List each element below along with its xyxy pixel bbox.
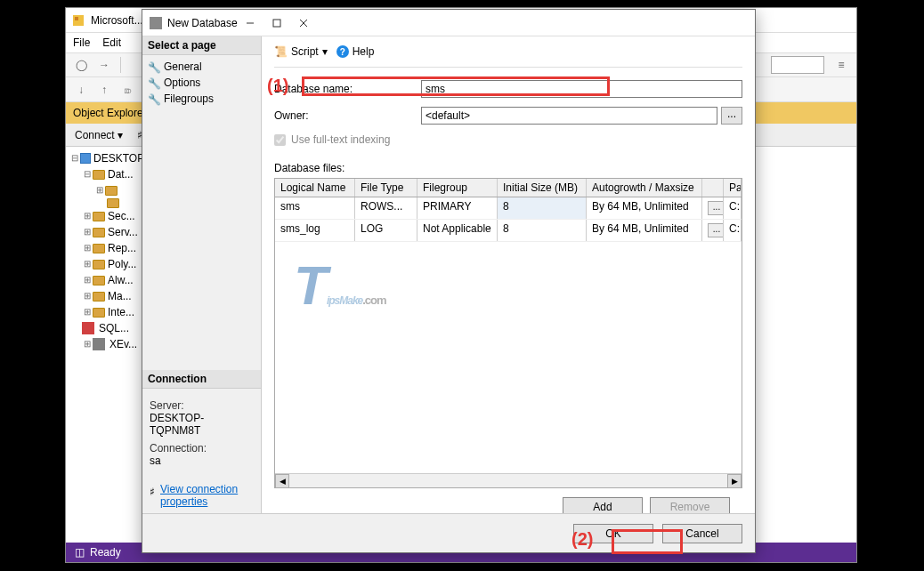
- col-filegroup[interactable]: Filegroup: [417, 179, 498, 197]
- col-file-type[interactable]: File Type: [355, 179, 417, 197]
- wrench-icon: 🔧: [148, 77, 158, 88]
- dialog-minimize-button[interactable]: [238, 14, 263, 32]
- toolbar-separator: [120, 57, 121, 73]
- server-icon: [80, 153, 91, 164]
- cell-size[interactable]: 8: [498, 197, 587, 219]
- grid-row[interactable]: sms_log LOG Not Applicable 8 By 64 MB, U…: [275, 220, 742, 242]
- folder-icon: [93, 276, 105, 286]
- svg-rect-9: [273, 20, 280, 27]
- col-autogrowth[interactable]: Autogrowth / Maxsize: [587, 179, 702, 197]
- wrench-icon: 🔧: [148, 93, 158, 104]
- toolbar-forward-button[interactable]: →: [94, 55, 114, 75]
- owner-label: Owner:: [274, 109, 421, 122]
- tree-toggle-icon[interactable]: ⊞: [82, 240, 93, 256]
- connection-properties-icon: ♯: [150, 486, 155, 498]
- tree-toggle-icon[interactable]: ⊞: [82, 272, 93, 288]
- cell-size[interactable]: 8: [498, 220, 587, 241]
- script-button[interactable]: 📜 Script ▾: [274, 45, 328, 58]
- grid-row[interactable]: sms ROWS... PRIMARY 8 By 64 MB, Unlimite…: [275, 197, 742, 220]
- folder-icon: [93, 170, 105, 180]
- database-files-grid: Logical Name File Type Filegroup Initial…: [274, 178, 742, 488]
- tree-toggle-icon[interactable]: ⊞: [82, 304, 93, 320]
- cell-name[interactable]: sms: [275, 197, 355, 219]
- connect-button[interactable]: Connect ▾: [69, 127, 128, 143]
- view-connection-properties-link[interactable]: View connection properties: [160, 483, 254, 508]
- col-btn: [702, 179, 724, 197]
- folder-icon: [93, 212, 105, 221]
- dbname-input[interactable]: [421, 80, 742, 98]
- dialog-right-panel: 📜 Script ▾ ? Help Database name: Owner:: [262, 36, 755, 513]
- scroll-track[interactable]: [289, 474, 727, 487]
- autogrowth-edit-button[interactable]: ...: [708, 223, 724, 237]
- toolbar2-btn1[interactable]: ↓: [71, 80, 91, 100]
- autogrowth-edit-button[interactable]: ...: [708, 201, 724, 215]
- cancel-button[interactable]: Cancel: [662, 524, 742, 543]
- dialog-left-panel: Select a page 🔧General 🔧Options 🔧Filegro…: [142, 36, 262, 513]
- cell-autogrowth: By 64 MB, Unlimited: [587, 197, 702, 219]
- tree-toggle-icon[interactable]: ⊟: [82, 166, 93, 182]
- scroll-right-button[interactable]: ▶: [727, 474, 742, 488]
- page-options[interactable]: 🔧Options: [148, 75, 255, 91]
- object-explorer-label: Object Explorer: [73, 107, 147, 119]
- folder-icon: [93, 308, 105, 318]
- main-title: Microsoft...: [91, 14, 143, 27]
- folder-icon: [93, 228, 105, 237]
- tree-toggle-icon[interactable]: ⊞: [82, 336, 93, 352]
- svg-rect-1: [75, 17, 78, 20]
- new-database-dialog: New Database Select a page 🔧General 🔧Opt…: [142, 9, 756, 553]
- fulltext-label: Use full-text indexing: [291, 133, 390, 146]
- ssms-app-icon: [71, 13, 85, 28]
- help-icon: ?: [336, 45, 349, 58]
- grid-header: Logical Name File Type Filegroup Initial…: [275, 179, 742, 197]
- col-logical-name[interactable]: Logical Name: [275, 179, 355, 197]
- server-label: Server:: [150, 399, 254, 412]
- dialog-icon: [150, 17, 162, 29]
- toolbar-back-button[interactable]: ◯: [71, 55, 91, 75]
- toolbar2-btn3[interactable]: ⎄: [118, 80, 137, 100]
- folder-icon: [93, 244, 105, 253]
- cell-type: LOG: [355, 220, 417, 241]
- server-value: DESKTOP-TQPNM8T: [150, 412, 254, 437]
- cell-autogrowth: By 64 MB, Unlimited: [587, 220, 702, 241]
- tree-toggle-icon[interactable]: ⊞: [82, 288, 93, 304]
- tree-toggle-icon[interactable]: ⊞: [82, 224, 93, 240]
- owner-browse-button[interactable]: ...: [721, 107, 742, 125]
- dialog-close-button[interactable]: [291, 14, 316, 32]
- status-text: Ready: [90, 546, 121, 559]
- col-path[interactable]: Pa: [724, 179, 742, 197]
- cell-path: C:: [724, 220, 742, 241]
- menu-file[interactable]: File: [73, 36, 90, 49]
- dialog-maximize-button[interactable]: [264, 14, 289, 32]
- folder-icon: [105, 186, 118, 196]
- cell-path: C:: [724, 197, 742, 219]
- folder-icon: [107, 198, 119, 208]
- folder-icon: [93, 292, 105, 302]
- page-general[interactable]: 🔧General: [148, 59, 255, 75]
- fulltext-checkbox: [274, 134, 286, 146]
- svg-rect-7: [93, 338, 105, 350]
- connection-header: Connection: [142, 370, 261, 389]
- tree-toggle-icon[interactable]: ⊞: [94, 182, 105, 198]
- dialog-titlebar: New Database: [142, 10, 755, 36]
- scroll-left-button[interactable]: ◀: [275, 474, 289, 488]
- connection-value: sa: [150, 454, 254, 467]
- owner-input[interactable]: [421, 107, 717, 125]
- cell-filegroup[interactable]: PRIMARY: [417, 197, 498, 219]
- tree-toggle-icon[interactable]: ⊟: [69, 150, 80, 166]
- help-button[interactable]: ? Help: [336, 45, 375, 58]
- select-page-header: Select a page: [142, 36, 261, 55]
- page-filegroups[interactable]: 🔧Filegroups: [148, 91, 255, 107]
- grid-horizontal-scrollbar[interactable]: ◀ ▶: [275, 473, 742, 487]
- menu-edit[interactable]: Edit: [102, 36, 121, 49]
- cell-type: ROWS...: [355, 197, 417, 219]
- tree-toggle-icon[interactable]: ⊞: [82, 256, 93, 272]
- cell-name[interactable]: sms_log: [275, 220, 355, 241]
- col-initial-size[interactable]: Initial Size (MB): [498, 179, 587, 197]
- toolbar2-btn2[interactable]: ↑: [94, 80, 114, 100]
- annotation-label-1: (1): [267, 76, 288, 96]
- tree-toggle-icon[interactable]: ⊞: [82, 208, 93, 224]
- toolbar-list-button[interactable]: ≡: [831, 55, 851, 75]
- script-icon: 📜: [274, 45, 288, 58]
- wrench-icon: 🔧: [148, 61, 158, 72]
- toolbar-dropdown[interactable]: [771, 56, 824, 74]
